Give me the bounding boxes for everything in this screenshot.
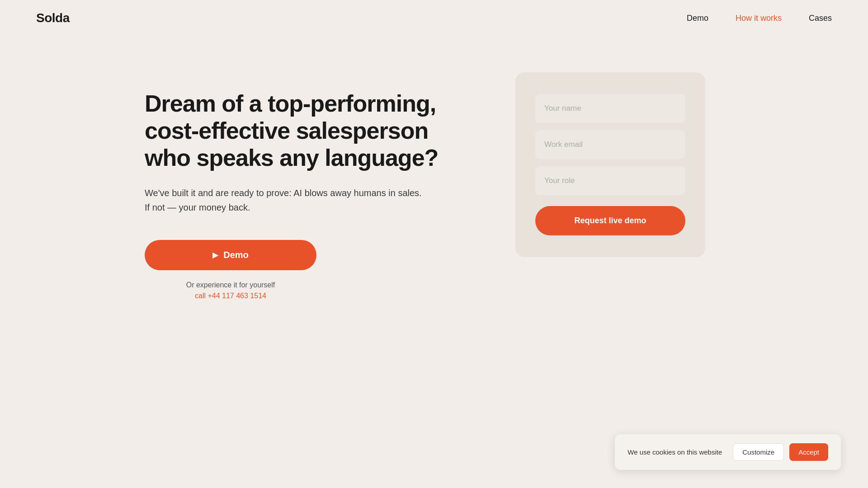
- play-icon: ▶: [212, 251, 218, 259]
- cookie-buttons: Customize Accept: [733, 443, 828, 461]
- subheadline: We've built it and are ready to prove: A…: [145, 186, 461, 215]
- form-card: Request live demo: [515, 72, 705, 257]
- cookie-banner: We use cookies on this website Customize…: [615, 434, 841, 470]
- demo-button[interactable]: ▶ Demo: [145, 240, 316, 270]
- main-content: Dream of a top-performing, cost-effectiv…: [0, 36, 868, 327]
- or-text: Or experience it for yourself: [145, 281, 316, 289]
- call-link[interactable]: call +44 117 463 1514: [145, 292, 316, 300]
- left-section: Dream of a top-performing, cost-effectiv…: [145, 72, 461, 300]
- name-input[interactable]: [535, 94, 685, 123]
- role-input[interactable]: [535, 166, 685, 195]
- logo: Solda: [36, 11, 70, 25]
- nav-links: Demo How it works Cases: [687, 14, 832, 23]
- email-input[interactable]: [535, 130, 685, 159]
- headline: Dream of a top-performing, cost-effectiv…: [145, 90, 461, 171]
- request-demo-button[interactable]: Request live demo: [535, 206, 685, 235]
- navigation: Solda Demo How it works Cases: [0, 0, 868, 36]
- nav-link-demo[interactable]: Demo: [687, 14, 708, 23]
- cookie-message: We use cookies on this website: [627, 448, 722, 456]
- nav-link-cases[interactable]: Cases: [809, 14, 832, 23]
- demo-button-label: Demo: [223, 250, 249, 260]
- nav-link-how-it-works[interactable]: How it works: [736, 14, 782, 23]
- customize-button[interactable]: Customize: [733, 443, 784, 461]
- accept-button[interactable]: Accept: [789, 443, 828, 461]
